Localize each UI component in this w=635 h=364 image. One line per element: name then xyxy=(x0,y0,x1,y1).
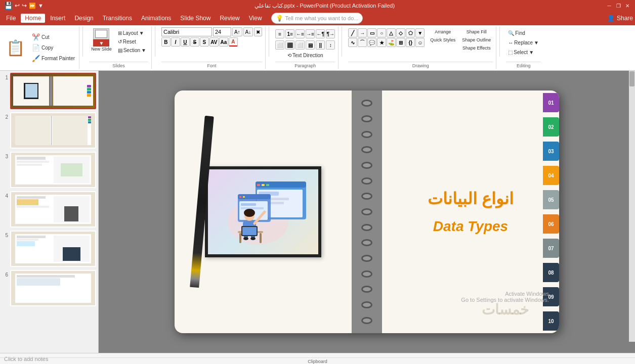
line-spacing-button[interactable]: ↕ xyxy=(326,40,335,50)
select-button[interactable]: ⬚Select▼ xyxy=(506,49,541,56)
slide-thumb-1[interactable]: 1 xyxy=(2,73,96,109)
shape-fill-button[interactable]: Shape Fill xyxy=(460,28,493,35)
indent-more-button[interactable]: →≡ xyxy=(306,29,315,38)
windows-activation[interactable]: Activate Windows Go to Settings to activ… xyxy=(461,291,549,303)
star-tool[interactable]: ★ xyxy=(377,38,386,47)
restore-button[interactable]: ❐ xyxy=(615,2,622,9)
tab-06[interactable]: 06 xyxy=(543,214,559,234)
menu-design[interactable]: Design xyxy=(70,14,97,23)
menu-home[interactable]: Home xyxy=(21,14,45,23)
justify-button[interactable]: ▤ xyxy=(306,40,315,50)
ltr-button[interactable]: ¶→ xyxy=(326,29,335,38)
arrange-button[interactable]: Arrange xyxy=(428,28,457,35)
smiley-tool[interactable]: ☺ xyxy=(415,38,425,47)
tab-07[interactable]: 07 xyxy=(543,239,559,258)
arrow-tool[interactable]: → xyxy=(358,28,367,37)
list-numbers-button[interactable]: 1≡ xyxy=(285,29,294,38)
font-size-input[interactable] xyxy=(213,27,231,36)
paste-button[interactable]: 📋 xyxy=(4,38,27,58)
line-tool[interactable]: ╱ xyxy=(348,28,357,37)
section-button[interactable]: ▤Section▼ xyxy=(116,47,148,54)
tab-05[interactable]: 05 xyxy=(543,190,559,209)
slide-thumb-6[interactable]: 6 xyxy=(2,270,96,306)
format-painter-button[interactable]: 🖌️Format Painter xyxy=(30,54,77,63)
decrease-font-button[interactable]: A↓ xyxy=(243,27,253,36)
oval-tool[interactable]: ○ xyxy=(377,28,386,37)
slide-thumb-5[interactable]: 5 xyxy=(2,231,96,267)
font-name-input[interactable] xyxy=(161,27,212,36)
slide-img-3[interactable] xyxy=(10,152,96,188)
underline-button[interactable]: U xyxy=(181,37,190,47)
menu-transitions[interactable]: Transitions xyxy=(99,14,136,23)
tab-08[interactable]: 08 xyxy=(543,263,559,282)
tab-10[interactable]: 10 xyxy=(543,311,559,331)
find-button[interactable]: 🔍Find xyxy=(506,29,541,37)
close-button[interactable]: ✕ xyxy=(624,2,631,9)
minimize-button[interactable]: ─ xyxy=(606,2,613,9)
main-area: 1 xyxy=(0,71,635,353)
conn-tool[interactable]: ⌒ xyxy=(358,38,367,47)
tab-01[interactable]: 01 xyxy=(543,93,559,112)
slide-img-1[interactable] xyxy=(10,73,96,109)
indent-less-button[interactable]: ←≡ xyxy=(295,29,305,38)
callout-tool[interactable]: 💬 xyxy=(367,38,376,47)
align-left-button[interactable]: ⬜ xyxy=(275,40,284,50)
reset-button[interactable]: ↺Reset xyxy=(116,38,148,46)
tell-me-placeholder: Tell me what you want to do... xyxy=(285,15,359,21)
diamond-tool[interactable]: ◇ xyxy=(396,28,405,37)
change-case-button[interactable]: Aa xyxy=(219,37,228,47)
slide-img-5[interactable] xyxy=(10,231,96,267)
shadow-button[interactable]: S xyxy=(200,37,209,47)
share-area: 👤 Share xyxy=(607,15,633,22)
shape-outline-button[interactable]: Shape Outline xyxy=(460,36,493,43)
tab-04[interactable]: 04 xyxy=(543,166,559,185)
menu-view[interactable]: View xyxy=(245,14,266,23)
shape-effects-button[interactable]: Shape Effects xyxy=(460,44,493,52)
clear-format-button[interactable]: ✖ xyxy=(254,27,262,36)
svg-rect-24 xyxy=(239,233,241,243)
cut-button[interactable]: ✂️Cut xyxy=(30,32,77,42)
slide-img-2[interactable] xyxy=(10,112,96,149)
font-color-button[interactable]: A xyxy=(229,37,238,47)
menu-file[interactable]: File xyxy=(2,14,20,23)
curve-tool[interactable]: ∿ xyxy=(348,38,357,47)
strikethrough-button[interactable]: S xyxy=(190,37,199,47)
bold-button[interactable]: B xyxy=(161,37,171,47)
menu-review[interactable]: Review xyxy=(216,14,243,23)
eq-tool[interactable]: ⊞ xyxy=(396,38,405,47)
italic-button[interactable]: I xyxy=(171,37,180,47)
slide-thumb-4[interactable]: 4 xyxy=(2,191,96,228)
spiral-ring xyxy=(361,100,372,107)
replace-button[interactable]: ↔Replace▼ xyxy=(506,39,541,47)
rtl-button[interactable]: ←¶ xyxy=(316,29,325,38)
slide-thumb-3[interactable]: 3 xyxy=(2,152,96,188)
align-center-button[interactable]: ⬛ xyxy=(285,40,294,50)
menu-animations[interactable]: Animations xyxy=(137,14,175,23)
tell-me-search[interactable]: 💡 Tell me what you want to do... xyxy=(271,13,363,24)
triangle-tool[interactable]: △ xyxy=(387,28,396,37)
banner-tool[interactable]: ⛳ xyxy=(387,38,396,47)
increase-font-button[interactable]: A↑ xyxy=(232,27,242,36)
layout-button[interactable]: ⊞Layout▼ xyxy=(116,29,148,37)
new-slide-button[interactable]: ▼ New Slide xyxy=(89,27,114,53)
slide-thumb-2[interactable]: 2 xyxy=(2,112,96,149)
align-right-button[interactable]: ⬜ xyxy=(295,40,305,50)
copy-button[interactable]: 📄Copy xyxy=(30,43,77,53)
menu-insert[interactable]: Insert xyxy=(46,14,69,23)
list-bullets-button[interactable]: ≡ xyxy=(275,29,284,38)
bracket-tool[interactable]: {} xyxy=(406,38,415,47)
rect-tool[interactable]: ▭ xyxy=(367,28,376,37)
text-direction-button[interactable]: ⟲Text Direction xyxy=(285,52,325,59)
image-frame[interactable] xyxy=(205,166,321,257)
vertical-scrollbar[interactable] xyxy=(629,71,635,342)
columns-button[interactable]: || xyxy=(316,40,325,50)
slide-img-4[interactable] xyxy=(10,191,96,228)
slide-img-6[interactable] xyxy=(10,270,96,306)
tab-02[interactable]: 02 xyxy=(543,117,559,136)
tab-03[interactable]: 03 xyxy=(543,142,559,161)
pentagon-tool[interactable]: ⬠ xyxy=(406,28,415,37)
menu-slideshow[interactable]: Slide Show xyxy=(176,14,215,23)
more-shapes-button[interactable]: ▼ xyxy=(415,28,425,37)
char-spacing-button[interactable]: AV xyxy=(209,37,219,47)
quick-styles-button[interactable]: Quick Styles xyxy=(428,36,457,43)
